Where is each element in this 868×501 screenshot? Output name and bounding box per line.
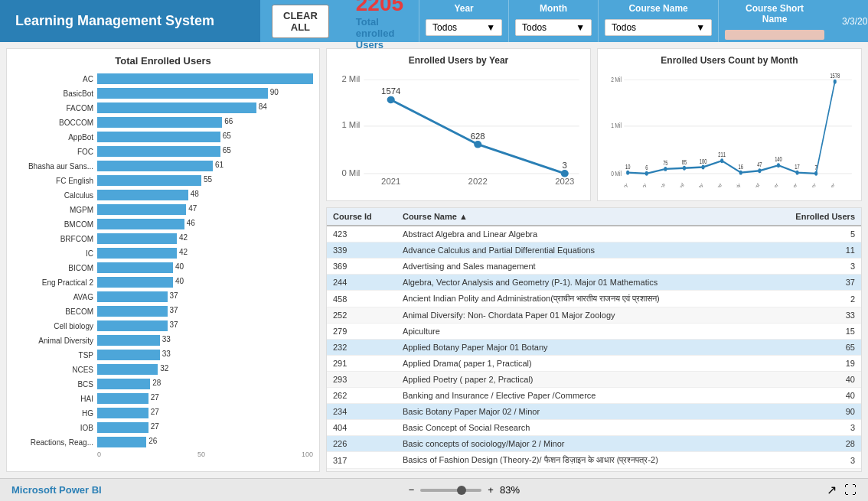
month-chart-title: Enrolled Users Count by Month bbox=[604, 55, 855, 66]
bar-value: 65 bbox=[223, 132, 231, 140]
col-header-users[interactable]: Enrolled Users bbox=[763, 208, 861, 226]
bar-track: 32 bbox=[97, 364, 313, 375]
svg-text:1 Mil: 1 Mil bbox=[611, 122, 622, 129]
month-tab-label[interactable]: Month bbox=[511, 0, 596, 17]
bar-label: AppBot bbox=[13, 133, 97, 142]
clear-all-button[interactable]: CLEAR ALL bbox=[272, 5, 329, 38]
course-name-tab-label[interactable]: Course Name bbox=[605, 0, 712, 17]
year-tab-label[interactable]: Year bbox=[422, 0, 506, 17]
svg-point-31 bbox=[814, 171, 817, 176]
svg-text:June: June bbox=[713, 181, 723, 187]
bar-track: 46 bbox=[97, 219, 313, 229]
bar-value: 37 bbox=[170, 306, 178, 314]
bar-fill bbox=[97, 393, 148, 404]
bar-label: FACOM bbox=[13, 104, 97, 112]
bar-track: 42 bbox=[97, 233, 313, 244]
zoom-plus[interactable]: + bbox=[488, 484, 494, 496]
course-name-cell: Advance Calculus and Partial Differentia… bbox=[396, 242, 763, 259]
fullscreen-icon[interactable]: ⛶ bbox=[844, 483, 857, 497]
bar-fill bbox=[97, 379, 150, 389]
bar-fill bbox=[97, 233, 177, 244]
course-name-cell: Basic concepts of sociology/Major 2 / Mi… bbox=[396, 436, 763, 452]
bar-label: BasicBot bbox=[13, 89, 97, 98]
bar-track: 40 bbox=[97, 262, 313, 273]
power-bi-link[interactable]: Microsoft Power BI bbox=[11, 484, 102, 496]
svg-text:3: 3 bbox=[563, 161, 567, 170]
zoom-slider[interactable] bbox=[420, 489, 481, 492]
bar-value: 27 bbox=[151, 393, 159, 402]
filter-year: Year Todos ▼ bbox=[419, 0, 508, 42]
bar-label: Reactions, Reag... bbox=[13, 438, 97, 447]
bar-row: HG27 bbox=[13, 407, 313, 419]
stat-number: 2205 bbox=[356, 0, 403, 16]
svg-text:2023: 2023 bbox=[555, 177, 574, 186]
table-row: 423Abstract Algebra and Linear Algebra5 bbox=[327, 226, 861, 242]
svg-text:July: July bbox=[733, 181, 742, 187]
bar-track: 48 bbox=[97, 190, 313, 200]
bar-value: 40 bbox=[175, 262, 184, 271]
course-short-tab-label[interactable]: Course Short Name bbox=[719, 0, 830, 28]
bar-track: 33 bbox=[97, 350, 313, 360]
stat-label: Total enrolled Users bbox=[356, 16, 403, 50]
course-id-cell: 404 bbox=[327, 420, 396, 436]
table-row: 232Applied Botany Paper Major 01 Botany6… bbox=[327, 340, 861, 356]
course-id-cell: 317 bbox=[327, 452, 396, 469]
table-row: 262Banking and Insurance / Elective Pape… bbox=[327, 388, 861, 404]
bar-track: 55 bbox=[97, 175, 313, 186]
svg-text:16: 16 bbox=[739, 164, 743, 171]
bar-track: 28 bbox=[97, 379, 313, 389]
course-name-cell: Basic Botany Paper Major 02 / Minor bbox=[396, 404, 763, 420]
svg-text:6: 6 bbox=[645, 164, 648, 171]
svg-text:March: March bbox=[655, 181, 667, 187]
svg-point-6 bbox=[387, 96, 395, 104]
svg-point-21 bbox=[626, 171, 629, 175]
course-name-cell: Applied Drama( paper 1, Practical) bbox=[396, 356, 763, 372]
bar-label: BRFCOM bbox=[13, 235, 97, 243]
bar-track: 65 bbox=[97, 132, 313, 142]
bar-track: 33 bbox=[97, 335, 313, 346]
external-link-icon[interactable]: ↗ bbox=[827, 483, 837, 497]
svg-text:0 Mil: 0 Mil bbox=[611, 170, 622, 177]
course-name-dropdown[interactable]: Todos ▼ bbox=[605, 19, 712, 36]
bar-row: BCS28 bbox=[13, 378, 313, 390]
col-header-name[interactable]: Course Name ▲ bbox=[396, 208, 763, 226]
filter-course-name: Course Name Todos ▼ bbox=[598, 0, 718, 42]
month-dropdown[interactable]: Todos ▼ bbox=[515, 19, 592, 36]
bar-track: 84 bbox=[97, 102, 313, 113]
bar-track: 40 bbox=[97, 277, 313, 288]
datetime: 3/3/2023 1:09:20 PM bbox=[830, 0, 868, 42]
bar-row: Animal Diversity33 bbox=[13, 334, 313, 346]
bar-track: 66 bbox=[97, 117, 313, 128]
bar-row: FOC65 bbox=[13, 145, 313, 158]
year-dropdown[interactable]: Todos ▼ bbox=[426, 19, 502, 36]
bar-row: FC English55 bbox=[13, 174, 313, 187]
course-id-cell: 234 bbox=[327, 404, 396, 420]
bar-axis: 050100 bbox=[13, 451, 313, 458]
svg-text:2021: 2021 bbox=[381, 177, 400, 186]
bar-fill bbox=[97, 291, 168, 302]
course-name-cell: Banking and Insurance / Elective Paper /… bbox=[396, 388, 763, 404]
bar-label: Eng Practical 2 bbox=[13, 278, 97, 287]
course-name-cell: Biochemical Techniques Paper 1 bbox=[396, 469, 763, 473]
svg-point-30 bbox=[796, 171, 799, 175]
course-id-cell: 226 bbox=[327, 436, 396, 452]
col-header-id[interactable]: Course Id bbox=[327, 208, 396, 226]
bar-fill bbox=[97, 364, 158, 375]
bar-value: 55 bbox=[204, 175, 212, 184]
top-bar: Learning Management System CLEAR ALL 220… bbox=[0, 0, 868, 42]
bar-value: 37 bbox=[170, 320, 178, 329]
svg-text:April: April bbox=[676, 181, 685, 187]
enrolled-users-cell: 40 bbox=[763, 388, 861, 404]
bar-value: 42 bbox=[179, 233, 188, 242]
month-bar-chart: Enrolled Users Count by Month 2 Mil 1 Mi… bbox=[597, 48, 862, 201]
bar-label: BOCCOM bbox=[13, 119, 97, 127]
zoom-minus[interactable]: − bbox=[409, 484, 415, 496]
bar-row: AC114 bbox=[13, 73, 313, 85]
table-row: 293Applied Poetry ( paper 2, Practical)4… bbox=[327, 372, 861, 388]
bar-label: BCS bbox=[13, 380, 97, 389]
bar-label: BMCOM bbox=[13, 220, 97, 229]
bar-fill bbox=[97, 132, 220, 142]
bar-label: AVAG bbox=[13, 293, 97, 301]
enrolled-users-cell: 19 bbox=[763, 469, 861, 473]
table-row: 458Ancient Indian Polity and Administrat… bbox=[327, 291, 861, 307]
